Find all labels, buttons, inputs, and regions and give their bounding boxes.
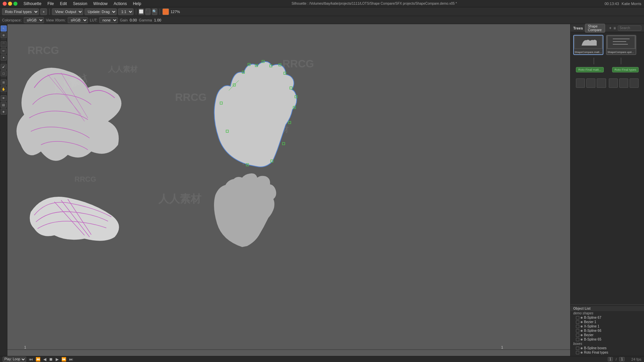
- object-list-item-bspline66[interactable]: B-Spline 66: [571, 328, 644, 333]
- menu-edit[interactable]: Edit: [57, 1, 70, 7]
- pan-tool[interactable]: ✋: [1, 86, 7, 92]
- toolbar-separator: [49, 9, 50, 15]
- eye-tool[interactable]: 👁: [1, 95, 7, 101]
- obj-checkbox-2[interactable]: [576, 320, 579, 324]
- mini-thumb-2[interactable]: [586, 78, 595, 88]
- minimize-window-button[interactable]: [8, 2, 12, 6]
- mini-thumb-6[interactable]: [630, 78, 639, 88]
- menu-file[interactable]: File: [45, 1, 56, 7]
- skip-to-end-button[interactable]: ⏭: [69, 357, 73, 362]
- color-picker-button[interactable]: [162, 8, 169, 15]
- obj-dot-8: [581, 352, 583, 354]
- leaves-shape-bottom-left: [28, 185, 142, 245]
- obj-checkbox-7[interactable]: [576, 347, 579, 350]
- menu-actions[interactable]: Actions: [111, 1, 129, 7]
- username: Katie Morris: [622, 2, 641, 6]
- viewer-toggle-button[interactable]: ⬜: [139, 8, 144, 15]
- scrubber-bar[interactable]: [7, 349, 570, 350]
- bspline-tool[interactable]: ⌒: [1, 41, 7, 47]
- obj-checkbox-3[interactable]: [576, 325, 579, 328]
- playbar-separator: /: [615, 357, 616, 361]
- play-forward-button[interactable]: ▶: [56, 357, 59, 362]
- obj-dot-3: [581, 325, 583, 327]
- obj-checkbox-1[interactable]: [576, 316, 579, 319]
- bezier-tool[interactable]: ✏: [1, 48, 7, 54]
- menu-help[interactable]: Help: [130, 1, 144, 7]
- object-list-item-bezier1[interactable]: Bezier 1: [571, 320, 644, 324]
- stop-button[interactable]: ⏹: [49, 357, 53, 362]
- view-dropdown[interactable]: View: Output: [52, 8, 83, 15]
- left-tools-panel: ↖ ⊕ ⌒ ✏ ✦ 🖌 ◻ ⊞ ✋ 👁 ▤ ◈: [0, 24, 7, 356]
- mini-thumb-5[interactable]: [619, 78, 628, 88]
- object-list-item-bspline65[interactable]: B-Spline 65: [571, 337, 644, 342]
- node-thumb-update[interactable]: ShapeCompare.update...: [606, 35, 636, 55]
- mini-thumb-1[interactable]: [576, 78, 585, 88]
- step-forward-button[interactable]: ⏩: [61, 357, 66, 362]
- zoom-dropdown[interactable]: 1:1: [118, 8, 133, 15]
- gain-label: Gain: [120, 18, 127, 22]
- playback-bar: Play: Loop ⏮ ⏪ ◀ ⏹ ▶ ⏩ ⏭ 1 / 1 24 fps: [0, 356, 644, 362]
- node-thumb-update-label: ShapeCompare.update...: [607, 51, 635, 54]
- obj-checkbox-4[interactable]: [576, 329, 579, 333]
- leaves-shape-top-left: [14, 54, 145, 182]
- roto-type-dropdown[interactable]: Roto Final types: [2, 8, 39, 15]
- lut-label: LUT:: [90, 18, 98, 22]
- obj-checkbox-6[interactable]: [576, 338, 579, 341]
- play-mode-dropdown[interactable]: Play: Loop: [3, 357, 26, 362]
- obj-dot-2: [581, 321, 583, 323]
- object-list-item-bezier[interactable]: Bezier: [571, 333, 644, 337]
- skip-to-start-button[interactable]: ⏮: [29, 357, 33, 362]
- menu-silhouette[interactable]: Silhouette: [21, 1, 44, 7]
- layer-tool[interactable]: ▤: [1, 102, 7, 108]
- viewport[interactable]: RRCG 人人素材 RRCG 人人素材 RRCG RRCG 人人素材 RRCG …: [7, 24, 570, 356]
- gain-value: 0.00: [130, 18, 137, 22]
- select-tool[interactable]: ↖: [1, 25, 7, 32]
- node-thumb-inner-matte: [574, 36, 603, 49]
- mini-thumb-4[interactable]: [609, 78, 618, 88]
- tools-separator-3: [1, 78, 6, 78]
- menu-window[interactable]: Window: [91, 1, 110, 7]
- play-back-button[interactable]: ◀: [43, 357, 46, 362]
- viewer-zoom-fit[interactable]: 🔍: [152, 8, 157, 15]
- close-window-button[interactable]: [3, 2, 7, 6]
- lut-dropdown[interactable]: none: [99, 17, 118, 23]
- viewport-content: RRCG 人人素材 RRCG 人人素材 RRCG RRCG 人人素材 RRCG …: [7, 24, 570, 356]
- watermark-7: 人人素材: [158, 192, 201, 206]
- trees-add-button[interactable]: +: [609, 26, 611, 31]
- object-list-item-roto-final[interactable]: Roto Final types: [571, 350, 644, 355]
- node-connections: Roto Final matt... Roto Final types: [573, 67, 641, 72]
- connection-line-right: [621, 58, 621, 64]
- object-list-item-bspline-boxes[interactable]: B-Spline boxes: [571, 346, 644, 350]
- trees-options-button[interactable]: ≡: [613, 26, 616, 31]
- colorspace-dropdown[interactable]: sRGB: [24, 17, 44, 23]
- node-thumb-matte[interactable]: ShapeCompare.matte_t...: [573, 35, 603, 55]
- current-frame-display: 1: [608, 357, 613, 361]
- mini-thumb-3[interactable]: [597, 78, 606, 88]
- obj-checkbox-5[interactable]: [576, 334, 579, 337]
- right-panel: Trees Shape Compare + ≡ ShapeComp: [570, 24, 644, 356]
- update-dropdown[interactable]: Update: Drag: [85, 8, 117, 15]
- paint-tool[interactable]: 🖌: [1, 64, 7, 70]
- zoom-tool[interactable]: ⊞: [1, 79, 7, 85]
- obj-checkbox-8[interactable]: [576, 351, 579, 354]
- node-green-matte[interactable]: Roto Final matt...: [576, 67, 604, 72]
- transform-tool[interactable]: ⊕: [1, 32, 7, 38]
- trees-search-input[interactable]: [618, 25, 641, 31]
- node-tool[interactable]: ◈: [1, 109, 7, 115]
- xspline-tool[interactable]: ✦: [1, 55, 7, 61]
- step-back-button[interactable]: ⏪: [36, 357, 41, 362]
- eraser-tool[interactable]: ◻: [1, 70, 7, 76]
- tools-separator: [1, 40, 6, 40]
- object-list: Object List demo shapes B-Spline 67 Bezi…: [571, 304, 644, 356]
- watermark-3: RRCG: [175, 91, 207, 104]
- fullscreen-window-button[interactable]: [13, 2, 17, 6]
- trees-title: Trees: [573, 26, 583, 30]
- viewer-a-b-button[interactable]: ⬛: [145, 8, 151, 15]
- object-list-item-xspline1[interactable]: X-Spline 1: [571, 324, 644, 328]
- roto-type-add-button[interactable]: +: [40, 8, 47, 15]
- view-xform-dropdown[interactable]: sRGB: [68, 17, 88, 23]
- trees-shape-compare-tab[interactable]: Shape Compare: [585, 24, 605, 33]
- node-green-roto[interactable]: Roto Final types: [612, 67, 639, 72]
- menu-session[interactable]: Session: [70, 1, 90, 7]
- object-list-item-bspline67[interactable]: B-Spline 67: [571, 315, 644, 320]
